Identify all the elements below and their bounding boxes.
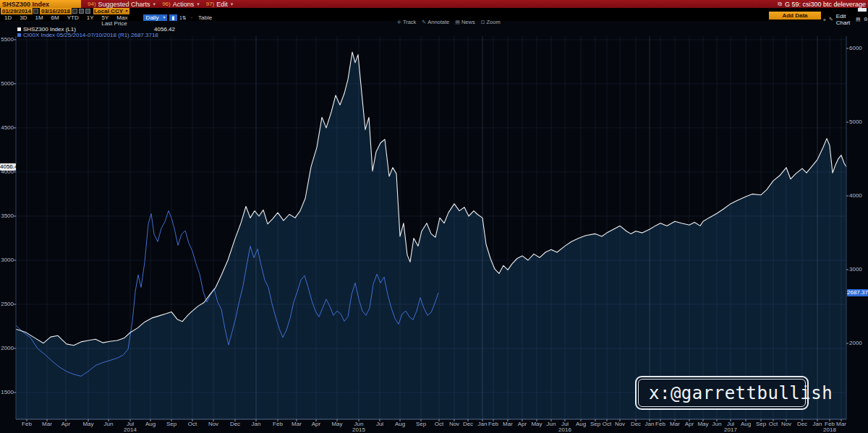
x-axis-month-label: Apr: [312, 421, 320, 427]
track-button[interactable]: ✛Track: [397, 19, 416, 25]
x-axis-month-label: Sep: [416, 421, 426, 427]
x-axis-year-label: 2017: [724, 427, 737, 433]
left-axis-tick-label: 1500: [0, 390, 14, 395]
security-ticker[interactable]: SHSZ300 Index: [0, 0, 81, 8]
x-axis-year-label: 2018: [823, 427, 836, 433]
x-axis-month-label: May: [697, 421, 708, 427]
track-icon: ✛: [397, 20, 401, 25]
edit-chart-button[interactable]: Edit Chart: [836, 13, 853, 26]
x-axis-month-label: Feb: [488, 421, 498, 427]
series-label: CI00X Index 05/25/2014-07/10/2018 (R1) 2…: [23, 32, 158, 38]
window-control-box[interactable]: [858, 8, 867, 12]
right-axis-tick-label: 5000: [849, 119, 868, 125]
period-button-1m[interactable]: 1M: [35, 14, 43, 21]
chart-icon[interactable]: ▤: [856, 17, 861, 22]
chart-type-icon[interactable]: ▮: [169, 14, 177, 21]
period-button-3d[interactable]: 3D: [20, 14, 27, 21]
x-axis-month-label: May: [331, 421, 342, 427]
menu-key: 96): [162, 1, 171, 7]
x-axis-month-label: Apr: [518, 421, 527, 427]
x-axis-month-label: Aug: [741, 421, 751, 427]
menu-suggested-charts[interactable]: 94) Suggested Charts ▾: [88, 1, 156, 8]
menu-actions[interactable]: 96) Actions ▾: [162, 1, 200, 8]
left-axis-tick-label: 5000: [0, 81, 14, 87]
x-axis-month-label: Aug: [395, 421, 405, 427]
x-axis-month-label: Dec: [230, 421, 240, 427]
menu-edit[interactable]: 97) Edit ▾: [206, 1, 234, 8]
chevron-down-icon[interactable]: ▾: [124, 8, 129, 14]
x-axis-year-label: 2015: [352, 427, 365, 433]
period-button-6m[interactable]: 6M: [51, 14, 59, 21]
series-swatch: [17, 27, 21, 31]
x-axis-month-label: Mar: [670, 421, 680, 427]
x-axis-month-label: Jan: [252, 421, 261, 427]
menu-bar: SHSZ300 Index 94) Suggested Charts ▾ 96)…: [0, 0, 868, 8]
x-axis-month-label: Aug: [576, 421, 586, 427]
chevron-down-icon: ▾: [231, 1, 234, 7]
annotate-button[interactable]: ✎Annotate: [422, 19, 449, 25]
legend-row-ci00x[interactable]: CI00X Index 05/25/2014-07/10/2018 (R1) 2…: [17, 32, 321, 38]
x-axis-month-label: Oct: [435, 421, 443, 427]
settings-icon[interactable]: ⚙: [864, 17, 868, 22]
period-button-1d[interactable]: 1D: [4, 14, 12, 21]
x-axis-month-label: Jul: [376, 421, 383, 427]
x-axis-month-label: Jan: [645, 421, 655, 427]
x-axis-month-label: Dec: [463, 421, 473, 427]
left-axis-tick-label: 2500: [0, 301, 14, 307]
x-axis-month-label: Jan: [813, 421, 822, 427]
x-axis-month-label: Oct: [188, 421, 197, 427]
x-axis-month-label: Mar: [836, 421, 846, 427]
chart-tool-buttons: ✛Track✎Annotate▤News⊡Zoom: [397, 19, 501, 25]
x-axis-month-label: May: [531, 421, 542, 427]
left-axis-tick-label: 5500: [0, 37, 14, 43]
x-axis-month-label: Sep: [166, 421, 176, 427]
x-axis-month-label: Jun: [104, 421, 114, 427]
x-axis-month-label: Apr: [685, 421, 694, 427]
left-axis-tick-label: 4500: [0, 125, 14, 131]
price-chart[interactable]: [0, 0, 868, 433]
x-axis-month-label: Dec: [797, 421, 807, 427]
step-forward-button[interactable]: [85, 9, 90, 14]
menu-label: Edit: [216, 1, 228, 8]
x-axis-month-label: Mar: [503, 421, 513, 427]
watermark-box: x:@garrettbullish: [635, 376, 809, 410]
calendar-icon[interactable]: [72, 9, 77, 14]
step-back-button[interactable]: [79, 9, 84, 14]
right-axis-tick-label: 3000: [849, 267, 868, 273]
zoom-button[interactable]: ⊡Zoom: [481, 19, 501, 25]
x-axis-month-label: Oct: [769, 421, 778, 427]
collapse-icon[interactable]: «: [823, 17, 826, 22]
add-data-field[interactable]: Add Data: [769, 12, 821, 20]
x-axis-month-label: Feb: [655, 421, 665, 427]
news-button[interactable]: ▤News: [455, 19, 475, 25]
frequency-select[interactable]: Daily: [143, 14, 161, 21]
x-axis-month-label: Nov: [449, 421, 459, 427]
period-button-ytd[interactable]: YTD: [67, 14, 79, 21]
events-icon[interactable]: 1⇅: [179, 14, 187, 21]
table-button[interactable]: Table: [198, 14, 212, 21]
currency-select[interactable]: Local CCY: [93, 8, 124, 14]
x-axis-month-label: Mar: [42, 421, 52, 427]
x-axis-month-label: Jan: [478, 421, 488, 427]
right-axis-tick-label: 4000: [849, 193, 868, 199]
date-from-field[interactable]: 01/29/2014: [1, 8, 33, 14]
chevron-down-icon[interactable]: ▾: [161, 14, 167, 21]
x-axis-month-label: Apr: [61, 421, 70, 427]
x-axis-month-label: Jun: [712, 421, 722, 427]
popout-icon[interactable]: ⧉: [778, 1, 782, 8]
bloomberg-terminal-window: 150020002500300035004000450050005500 200…: [0, 0, 868, 433]
left-axis-tick-label: 3500: [0, 213, 14, 219]
x-axis-year-label: 2014: [124, 427, 137, 433]
chevron-down-icon: ▾: [153, 1, 156, 7]
x-axis-month-label: Nov: [615, 421, 625, 427]
watermark-text: x:@garrettbullish: [649, 383, 833, 403]
calendar-icon[interactable]: [33, 9, 38, 14]
menu-key: 94): [88, 1, 96, 7]
x-axis-month-label: Oct: [603, 421, 611, 427]
x-axis-month-label: Dec: [631, 421, 641, 427]
more-icon[interactable]: ·: [190, 14, 194, 21]
menu-label: Actions: [173, 1, 195, 8]
right-axis-tick-label: 2000: [849, 340, 868, 346]
date-to-field[interactable]: 03/16/2018: [40, 8, 72, 14]
pencil-icon[interactable]: ✎: [829, 17, 833, 22]
